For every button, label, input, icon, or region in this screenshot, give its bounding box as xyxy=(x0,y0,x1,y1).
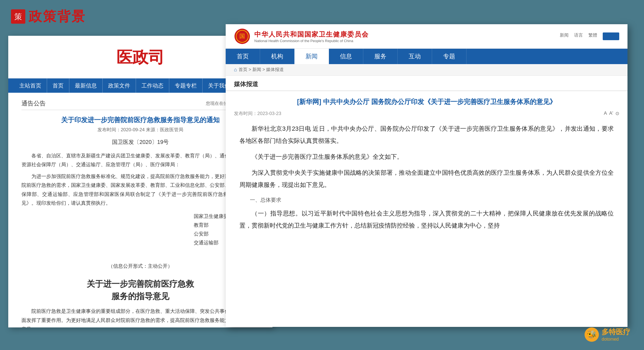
doc-subtitle: 关于进一步完善院前医疗急救 服务的指导意见 xyxy=(21,278,259,302)
right-document-card: 国 中华人民共和国国家卫生健康委员会 National Health Commi… xyxy=(226,24,627,327)
nav-index[interactable]: 首页 xyxy=(47,78,69,93)
nav-special[interactable]: 专题专栏 xyxy=(169,78,203,93)
nhc-title-block: 中华人民共和国国家卫生健康委员会 National Health Commiss… xyxy=(254,30,369,43)
nav-work[interactable]: 工作动态 xyxy=(136,78,169,93)
article-para2: 《关于进一步完善医疗卫生服务体系的意见》全文如下。 xyxy=(239,151,614,163)
doc-number: 国卫医发〔2020〕19号 xyxy=(21,138,259,146)
font-print[interactable]: ⊙ xyxy=(615,111,619,116)
notice-label: 通告公告 您现在在位置：首页 > 最新 xyxy=(21,99,259,110)
body-para1: 各省、自治区、直辖市及新疆生产建设兵团卫生健康委、发展改革委、教育厅（局）、通信… xyxy=(21,151,259,169)
sig-col-1: 国家卫生健康委 教育部 公安部 交通运输部 xyxy=(194,213,228,246)
article-para3: 为深入贯彻党中央关于实施健康中国战略的决策部署，推动全面建立中国特色优质高效的医… xyxy=(239,167,614,191)
page-title: 政策背景 xyxy=(29,8,86,25)
article-date: 发布时间：2023-03-23 xyxy=(234,110,281,117)
doc-body: 各省、自治区、直辖市及新疆生产建设兵团卫生健康委、发展改革委、教育厅（局）、通信… xyxy=(21,151,259,207)
nhc-en-title: National Health Commission of the People… xyxy=(254,39,369,43)
svg-text:国: 国 xyxy=(239,33,245,39)
article-meta: 发布时间：2023-03-23 A A' ⊙ xyxy=(226,109,627,120)
section-label: 媒体报道 xyxy=(226,76,627,91)
section1-para: （一）指导思想。以习近平新时代中国特色社会主义思想为指导，深入贯彻党的二十大精神… xyxy=(239,207,614,232)
policy-icon: 策 xyxy=(11,9,25,24)
nhc-nav-home[interactable]: 首页 xyxy=(226,49,260,64)
header-link-news[interactable]: 新闻 xyxy=(560,32,569,40)
logo-company-name: 多特医疗 xyxy=(602,327,630,337)
signatories: 国家卫生健康委 教育部 公安部 交通运输部 国家发 工业 人力资源 xyxy=(21,213,259,246)
public-form: （信息公开形式：主动公开） xyxy=(21,263,259,269)
breadcrumb: ⌂ 首页 > 新闻 > 媒体报道 xyxy=(226,64,627,76)
nav-news[interactable]: 最新信息 xyxy=(69,78,103,93)
dept-title: 医政司 xyxy=(25,47,256,68)
nhc-nav-news[interactable]: 新闻 xyxy=(294,49,329,64)
bottom-logo: 🐝 多特医疗 dotomed xyxy=(585,327,630,342)
nhc-nav-special[interactable]: 专题 xyxy=(432,49,466,64)
nhc-cn-title: 中华人民共和国国家卫生健康委员会 xyxy=(254,30,369,39)
article-body: 新华社北京3月23日电 近日，中共中央办公厅、国务院办公厅印发了《关于进一步完善… xyxy=(226,120,627,238)
nav-policy[interactable]: 政策文件 xyxy=(103,78,136,93)
font-large[interactable]: A xyxy=(604,111,607,116)
header-links: 新闻 语言 繁體 xyxy=(560,32,619,40)
logo-sub-text: dotomed xyxy=(602,337,630,342)
nav-home[interactable]: 主站首页 xyxy=(14,78,47,93)
article-meta: 发布时间：2020-09-24 来源：医政医管局 xyxy=(21,127,259,133)
nhc-nav: 首页 机构 新闻 信息 服务 互动 专题 xyxy=(226,49,627,64)
article-title[interactable]: 关于印发进一步完善院前医疗急救服务指导意见的通知 xyxy=(21,116,259,124)
header-link-trad[interactable]: 繁體 xyxy=(588,32,597,40)
logo-bee-icon: 🐝 xyxy=(585,327,599,342)
article-para1: 新华社北京3月23日电 近日，中共中央办公厅、国务院办公厅印发了《关于进一步完善… xyxy=(239,123,614,147)
article-title[interactable]: [新华网] 中共中央办公厅 国务院办公厅印发《关于进一步完善医疗卫生服务体系的意… xyxy=(226,91,627,109)
breadcrumb-text[interactable]: 首页 > 新闻 > 媒体报道 xyxy=(239,67,284,73)
section1-title: 一、总体要求 xyxy=(239,195,614,205)
home-icon: ⌂ xyxy=(234,67,237,73)
nhc-logo: 国 中华人民共和国国家卫生健康委员会 National Health Commi… xyxy=(234,28,369,45)
nhc-nav-org[interactable]: 机构 xyxy=(260,49,294,64)
search-box[interactable] xyxy=(603,32,619,40)
nhc-nav-info[interactable]: 信息 xyxy=(329,49,363,64)
doc-intro: 院前医疗急救是卫生健康事业的重要组成部分，在医疗急救、重大活动保障、突发公共事件… xyxy=(21,307,259,327)
font-small[interactable]: A' xyxy=(609,111,613,116)
header-link-lang[interactable]: 语言 xyxy=(574,32,583,40)
nhc-emblem-icon: 国 xyxy=(234,28,250,45)
policy-header: 策 政策背景 xyxy=(11,8,86,25)
svg-text:策: 策 xyxy=(14,12,22,21)
nhc-nav-service[interactable]: 服务 xyxy=(363,49,398,64)
nhc-header: 国 中华人民共和国国家卫生健康委员会 National Health Commi… xyxy=(226,24,627,49)
body-para2: 为进一步加强院前医疗急救服务标准化、规范化建设，提高院前医疗急救服务能力，更好满… xyxy=(21,172,259,208)
nhc-nav-interact[interactable]: 互动 xyxy=(398,49,432,64)
font-controls: A A' ⊙ xyxy=(604,111,619,116)
doc-date: 202 xyxy=(21,251,259,257)
